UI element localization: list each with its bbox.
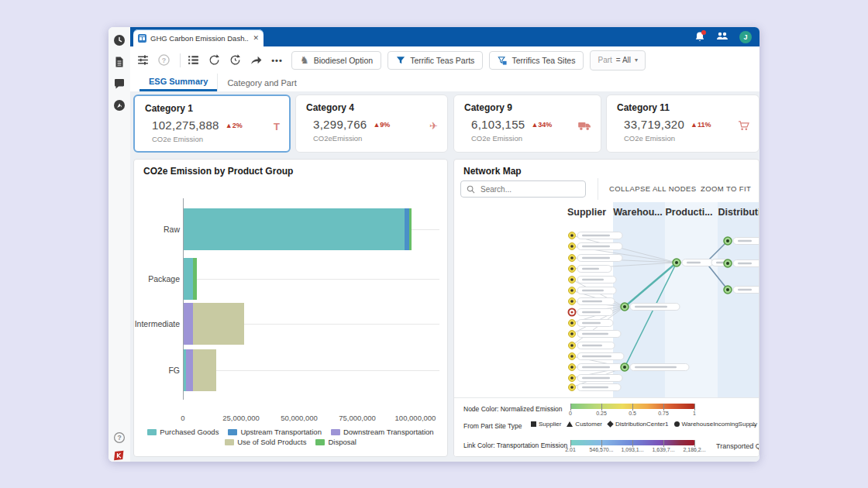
gradient-tick-mark <box>570 440 571 447</box>
bar-segment-disposal[interactable] <box>193 258 197 300</box>
legend-swatch <box>225 439 234 445</box>
node-label-text <box>582 301 602 303</box>
toolbar: ? ••• ♞ Biodiesel Option Terrific Teas P… <box>130 46 760 74</box>
user-avatar[interactable]: J <box>739 31 752 43</box>
bar-chart-legend: Purchased GoodsUpstream TransportationDo… <box>134 428 447 446</box>
bar-row <box>184 208 412 250</box>
scenario-button[interactable]: ♞ Biodiesel Option <box>291 51 381 70</box>
kpi-unit: CO2eEmission <box>313 134 362 143</box>
more-glyph: ••• <box>271 56 283 65</box>
kpi-delta: ▲2% <box>226 122 243 129</box>
gradient-tick-label: 546,570... <box>589 447 613 452</box>
node-center <box>570 267 574 270</box>
bar-segment-use-of-sold-products[interactable] <box>193 349 216 391</box>
gradient-tick-label: 2,186,2... <box>683 447 705 452</box>
kpi-card-category-4[interactable]: Category 4 3,299,766▲9% CO2eEmission ✈ <box>295 95 448 153</box>
legend-swatch <box>331 429 340 435</box>
kpi-title: Category 4 <box>306 102 354 113</box>
sites-filter-button[interactable]: Terrifics Tea Sites <box>489 51 584 70</box>
parts-filter-button[interactable]: Terrific Teas Parts <box>388 51 483 70</box>
kinaxis-logo[interactable] <box>113 450 126 462</box>
tab-esg-summary[interactable]: ESG Summary <box>140 74 217 91</box>
bar-segment-disposal[interactable] <box>409 208 412 250</box>
search-icon <box>467 185 475 194</box>
node-center <box>570 300 574 303</box>
legend-item: Purchased Goods <box>147 428 219 436</box>
truck-icon <box>578 120 591 134</box>
kpi-value: 33,719,320 <box>624 118 684 131</box>
network-search[interactable] <box>460 180 586 198</box>
scenario-button-label: Biodiesel Option <box>314 56 373 65</box>
legend-swatch <box>315 439 325 445</box>
bar-segment-downstream-transportation[interactable] <box>184 303 193 345</box>
parts-filter-label: Terrific Teas Parts <box>410 56 474 65</box>
legend-label: Purchased Goods <box>160 428 219 436</box>
refresh-icon[interactable] <box>208 53 221 67</box>
node-label-text <box>582 257 610 259</box>
dashboard-tab[interactable]: GHG Carbon Emission Dash... ✕ <box>133 29 264 46</box>
node-color-legend-label: Node Color: Normalized Emission <box>463 405 563 413</box>
kpi-card-category-1[interactable]: Category 1 102,275,888▲2% CO2e Emission … <box>133 95 291 153</box>
dashboard-content: Category 1 102,275,888▲2% CO2e Emission … <box>130 91 760 462</box>
category-gridline <box>184 370 439 371</box>
tab-close-icon[interactable]: ✕ <box>253 34 259 42</box>
history-icon[interactable] <box>113 34 126 46</box>
kpi-card-category-9[interactable]: Category 9 6,103,155▲34% CO2e Emission <box>453 95 601 153</box>
node-center <box>570 355 574 358</box>
tune-icon[interactable] <box>136 53 150 67</box>
view-tabs: ESG Summary Category and Part <box>130 74 760 91</box>
kpi-card-category-11[interactable]: Category 11 33,719,320▲11% CO2e Emission <box>606 95 760 153</box>
node-label-text <box>582 311 601 314</box>
node-label-text <box>635 366 677 369</box>
part-filter-chip[interactable]: Part = All ▾ <box>590 50 646 70</box>
bar-segment-use-of-sold-products[interactable] <box>193 303 244 345</box>
bar-segment-purchased-goods[interactable] <box>184 208 405 250</box>
gradient-tick-mark <box>663 404 664 411</box>
bar-chart-panel: CO2e Emission by Product Group RawPackag… <box>133 159 448 457</box>
bar-segment-purchased-goods[interactable] <box>184 258 193 300</box>
collaboration-users-icon[interactable] <box>715 30 729 44</box>
help-circle-icon[interactable]: ? <box>157 53 170 67</box>
zoom-to-fit-button[interactable]: ZOOM TO FIT <box>701 184 751 193</box>
tab-category-and-part[interactable]: Category and Part <box>217 74 305 91</box>
node-label-text <box>582 356 611 358</box>
comment-icon[interactable] <box>113 77 126 90</box>
help-icon[interactable]: ? <box>113 431 126 444</box>
gradient-tick-mark <box>601 440 602 447</box>
site-type-legend-label: From Part Site Type <box>463 422 522 430</box>
left-rail: ? <box>108 27 131 462</box>
site-type-label: WarehouseIncomingSupply <box>682 421 758 428</box>
column-header-distribution: Distributi <box>718 207 759 218</box>
network-svg <box>454 202 759 397</box>
document-icon[interactable] <box>113 56 126 68</box>
scheduled-refresh-icon[interactable] <box>229 53 242 67</box>
node-center <box>570 344 574 347</box>
node-label-text <box>582 322 601 325</box>
dashboard-tab-icon <box>138 34 146 43</box>
node-label-text <box>582 268 599 270</box>
share-icon[interactable] <box>250 53 263 67</box>
legend-scroll-arrow[interactable]: → <box>750 421 757 428</box>
kpi-title: Category 1 <box>145 103 193 114</box>
node-center <box>726 262 729 265</box>
node-center <box>570 256 574 259</box>
x-axis-tick-label: 0 <box>181 414 184 422</box>
part-filter-value: = All <box>616 56 631 64</box>
node-label-text <box>582 290 604 292</box>
legend-swatch <box>147 429 157 435</box>
collapse-all-nodes-button[interactable]: COLLAPSE ALL NODES <box>609 184 696 193</box>
explore-icon[interactable] <box>113 99 126 112</box>
node-label-text <box>738 240 752 242</box>
scenario-knight-icon: ♞ <box>300 55 309 65</box>
notifications-bell-icon[interactable] <box>694 31 705 43</box>
kpi-value: 3,299,766 <box>313 118 367 131</box>
category-label: FG <box>134 349 180 391</box>
site-type-item: DistributionCenter1 <box>608 421 668 428</box>
kpi-title: Category 11 <box>617 102 670 113</box>
more-icon[interactable]: ••• <box>270 53 284 67</box>
node-center <box>726 288 729 291</box>
network-search-input[interactable] <box>479 184 567 194</box>
bar-segment-downstream-transportation[interactable] <box>186 349 193 391</box>
view-list-icon[interactable] <box>187 53 200 67</box>
x-axis-tick-label: 100,000,000 <box>395 414 436 422</box>
